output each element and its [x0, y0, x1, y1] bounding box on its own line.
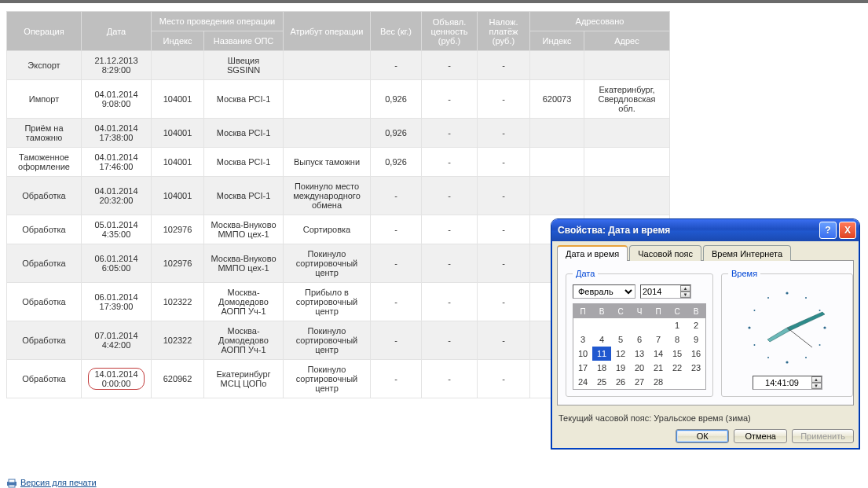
- help-button[interactable]: ?: [819, 222, 837, 239]
- print-version-link[interactable]: Версия для печати: [6, 478, 97, 488]
- calendar-day[interactable]: 20: [630, 361, 649, 375]
- spin-up-icon[interactable]: ▲: [811, 376, 822, 383]
- calendar-day[interactable]: 27: [630, 375, 649, 390]
- table-cell: [152, 51, 204, 80]
- calendar-day[interactable]: 22: [668, 361, 687, 375]
- calendar-day[interactable]: 3: [573, 332, 593, 347]
- calendar-day[interactable]: 26: [611, 375, 630, 390]
- table-cell: -: [422, 177, 478, 215]
- calendar-day[interactable]: 10: [573, 347, 593, 361]
- svg-point-13: [753, 310, 755, 311]
- table-cell: Покинуло сортировочный центр: [284, 244, 371, 283]
- th-declared: Объявл. ценность (руб.): [422, 12, 478, 51]
- table-cell: -: [371, 283, 422, 321]
- table-cell: -: [478, 119, 530, 148]
- cancel-button[interactable]: Отмена: [734, 429, 787, 443]
- table-cell: Обработка: [7, 283, 82, 321]
- calendar-day: [687, 375, 706, 390]
- table-cell: [284, 51, 371, 80]
- calendar-day[interactable]: 11: [592, 347, 611, 361]
- table-cell: 104001: [152, 119, 204, 148]
- time-legend: Время: [728, 269, 760, 278]
- svg-point-3: [786, 292, 788, 294]
- calendar-day[interactable]: 25: [592, 375, 611, 390]
- calendar-day[interactable]: 17: [573, 361, 593, 375]
- calendar-day[interactable]: 8: [668, 332, 687, 347]
- spin-down-icon[interactable]: ▼: [680, 292, 690, 298]
- table-cell: [584, 119, 670, 148]
- time-input[interactable]: [753, 377, 811, 388]
- calendar-day: [649, 318, 668, 332]
- table-cell: 04.01.2014 17:46:00: [82, 148, 152, 177]
- timezone-note: Текущий часовой пояс: Уральское время (з…: [559, 413, 852, 423]
- table-row: Таможенное оформление04.01.2014 17:46:00…: [7, 148, 670, 177]
- table-cell: Экспорт: [7, 51, 82, 80]
- calendar-day[interactable]: 23: [687, 361, 706, 375]
- table-cell: Прибыло в сортировочный центр: [284, 283, 371, 321]
- th-a-addr: Адрес: [584, 31, 670, 51]
- calendar-day[interactable]: 16: [687, 347, 706, 361]
- table-cell: 104001: [152, 177, 204, 215]
- calendar-day[interactable]: 12: [611, 347, 630, 361]
- table-cell: 102976: [152, 244, 204, 283]
- ok-button[interactable]: ОК: [676, 429, 729, 443]
- calendar-day[interactable]: 13: [630, 347, 649, 361]
- apply-button[interactable]: Применить: [792, 429, 854, 443]
- calendar-day[interactable]: 24: [573, 375, 593, 390]
- calendar-day[interactable]: 28: [649, 375, 668, 390]
- table-cell: -: [422, 244, 478, 283]
- table-cell: -: [422, 215, 478, 244]
- calendar-dow: В: [592, 304, 611, 319]
- table-row: Экспорт21.12.2013 8:29:00Швеция SGSINN--…: [7, 51, 670, 80]
- datetime-properties-dialog: Свойства: Дата и время ? X Дата и время …: [551, 219, 859, 449]
- table-cell: -: [422, 51, 478, 80]
- svg-point-5: [819, 310, 821, 311]
- calendar-day[interactable]: 14: [649, 347, 668, 361]
- calendar-day[interactable]: 2: [687, 318, 706, 332]
- calendar-day[interactable]: 7: [649, 332, 668, 347]
- table-cell: [530, 177, 584, 215]
- spin-up-icon[interactable]: ▲: [680, 285, 690, 292]
- table-cell: [284, 119, 371, 148]
- table-cell: [530, 148, 584, 177]
- tab-timezone[interactable]: Часовой пояс: [629, 245, 701, 261]
- year-spinner[interactable]: ▲▼: [640, 284, 691, 299]
- calendar-day[interactable]: 15: [668, 347, 687, 361]
- tab-datetime[interactable]: Дата и время: [557, 245, 628, 261]
- time-spinner[interactable]: ▲▼: [753, 376, 822, 390]
- table-cell: [284, 80, 371, 119]
- svg-marker-16: [767, 328, 789, 342]
- tab-internet-time[interactable]: Время Интернета: [703, 245, 791, 261]
- close-button[interactable]: X: [839, 222, 856, 239]
- table-row: Импорт04.01.2014 9:08:00104001Москва PCI…: [7, 80, 670, 119]
- table-cell: Покинуло место международного обмена: [284, 177, 371, 215]
- table-cell: [530, 119, 584, 148]
- calendar-day[interactable]: 9: [687, 332, 706, 347]
- print-link-label: Версия для печати: [20, 478, 97, 487]
- calendar-day[interactable]: 5: [611, 332, 630, 347]
- table-cell: Екатеринбург, Свердловская обл.: [584, 80, 670, 119]
- table-cell: -: [371, 321, 422, 360]
- calendar-day: [611, 318, 630, 332]
- spin-down-icon[interactable]: ▼: [811, 383, 822, 389]
- table-cell: Москва-Домодедово АОПП Уч-1: [204, 321, 284, 360]
- table-cell: -: [478, 283, 530, 321]
- table-cell: Покинуло сортировочный центр: [284, 360, 371, 398]
- dialog-titlebar[interactable]: Свойства: Дата и время ? X: [551, 219, 859, 241]
- calendar-day[interactable]: 1: [668, 318, 687, 332]
- calendar-day[interactable]: 19: [611, 361, 630, 375]
- calendar-day[interactable]: 6: [630, 332, 649, 347]
- table-cell: 0,926: [371, 119, 422, 148]
- table-cell: 620962: [152, 360, 204, 398]
- year-input[interactable]: [641, 286, 680, 297]
- calendar-day[interactable]: 18: [592, 361, 611, 375]
- calendar-day[interactable]: 4: [592, 332, 611, 347]
- table-cell: Обработка: [7, 321, 82, 360]
- calendar-grid[interactable]: ПВСЧПСВ 12345678910111213141516171819202…: [573, 303, 706, 390]
- table-cell: 07.01.2014 4:42:00: [82, 321, 152, 360]
- table-cell: Москва-Внуково ММПО цех-1: [204, 215, 284, 244]
- calendar-day[interactable]: 21: [649, 361, 668, 375]
- svg-rect-2: [9, 485, 15, 487]
- table-cell: [584, 51, 670, 80]
- month-select[interactable]: Февраль: [573, 284, 635, 299]
